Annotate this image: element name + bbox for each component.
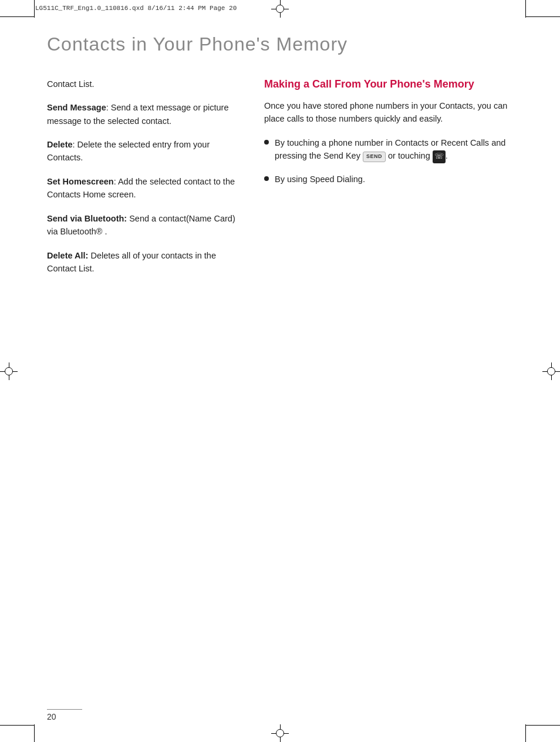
bullet-list: By touching a phone number in Contacts o… bbox=[264, 136, 513, 186]
reg-mark-left bbox=[0, 362, 18, 380]
page-title: Contacts in Your Phone's Memory bbox=[47, 32, 513, 57]
intro-paragraph: Once you have stored phone numbers in yo… bbox=[264, 99, 513, 126]
para-contact-list: Contact List. bbox=[47, 78, 241, 90]
set-homescreen-label: Set Homescreen bbox=[47, 177, 114, 186]
send-message-label: Send Message bbox=[47, 103, 106, 112]
reg-mark-bottom bbox=[271, 724, 289, 742]
file-info-text: LG511C_TRF_Eng1.0_110816.qxd 8/16/11 2:4… bbox=[35, 5, 237, 12]
bullet-text-2: By using Speed Dialing. bbox=[275, 173, 365, 186]
contact-list-text: Contact List. bbox=[47, 79, 95, 89]
left-column: Contact List. Send Message: Send a text … bbox=[47, 78, 241, 286]
send-bluetooth-label: Send via Bluetooth: bbox=[47, 214, 127, 223]
bullet-item-touch: By touching a phone number in Contacts o… bbox=[264, 136, 513, 163]
bullet-item-speed: By using Speed Dialing. bbox=[264, 173, 513, 186]
para-send-message: Send Message: Send a text message or pic… bbox=[47, 101, 241, 127]
two-column-layout: Contact List. Send Message: Send a text … bbox=[47, 78, 513, 286]
para-send-bluetooth: Send via Bluetooth: Send a contact(Name … bbox=[47, 212, 241, 239]
para-delete: Delete: Delete the selected entry from y… bbox=[47, 138, 241, 164]
bullet-1-text-middle: or touching bbox=[386, 151, 433, 160]
crop-mark-tl-h bbox=[0, 16, 34, 17]
right-column: Making a Call From Your Phone's Memory O… bbox=[264, 78, 513, 286]
file-info-bar: LG511C_TRF_Eng1.0_110816.qxd 8/16/11 2:4… bbox=[35, 5, 525, 12]
phone-icon: ☏ bbox=[433, 150, 446, 163]
crop-mark-bl-v bbox=[34, 724, 35, 742]
page-number: 20 bbox=[47, 712, 56, 721]
bullet-text-1: By touching a phone number in Contacts o… bbox=[275, 136, 513, 163]
crop-mark-tr-v bbox=[525, 0, 526, 18]
crop-mark-tr-h bbox=[526, 16, 560, 17]
bullet-dot-2 bbox=[264, 176, 269, 181]
send-key-icon: SEND bbox=[363, 152, 386, 162]
footer-line bbox=[47, 709, 82, 710]
para-delete-all: Delete All: Deletes all of your contacts… bbox=[47, 249, 241, 276]
delete-label: Delete bbox=[47, 140, 73, 149]
set-homescreen-colon: : bbox=[114, 177, 118, 186]
crop-mark-bl-h bbox=[0, 725, 34, 726]
main-content: Contacts in Your Phone's Memory Contact … bbox=[47, 32, 513, 695]
section-heading: Making a Call From Your Phone's Memory bbox=[264, 78, 513, 91]
delete-colon: : bbox=[73, 140, 77, 149]
delete-all-label: Delete All: bbox=[47, 251, 88, 260]
bullet-1-text-after: . bbox=[446, 151, 448, 160]
para-set-homescreen: Set Homescreen: Add the selected contact… bbox=[47, 175, 241, 202]
bullet-dot-1 bbox=[264, 140, 269, 145]
crop-mark-tl-v bbox=[34, 0, 35, 18]
reg-mark-right bbox=[542, 362, 560, 380]
send-message-colon: : bbox=[106, 103, 111, 112]
crop-mark-br-v bbox=[525, 724, 526, 742]
crop-mark-br-h bbox=[526, 725, 560, 726]
